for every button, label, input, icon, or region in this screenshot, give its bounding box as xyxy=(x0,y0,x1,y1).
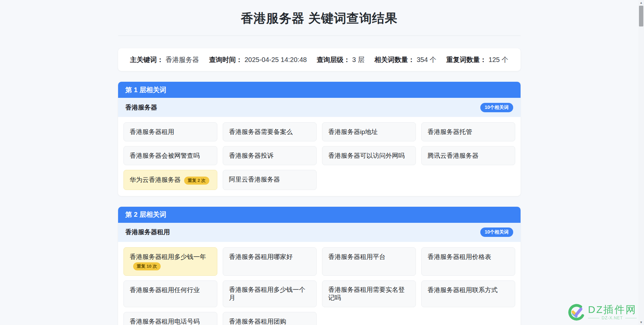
keyword-card[interactable]: 香港服务器租用任何行业 xyxy=(123,280,217,307)
keyword-text: 香港服务器租用联系方式 xyxy=(428,286,498,294)
section-header: 第 2 层相关词 xyxy=(118,207,521,223)
keyword-text: 香港服务器租用任何行业 xyxy=(130,286,200,294)
keyword-card[interactable]: 香港服务器租用平台 xyxy=(322,247,416,276)
summary-value: 354 个 xyxy=(417,56,436,63)
section-header-label: 第 1 层相关词 xyxy=(125,85,166,94)
keyword-group-row: 香港服务器租用 10个相关词 xyxy=(118,223,521,242)
watermark-domain: DZ-X.NET xyxy=(602,316,623,320)
summary-item: 重复词数量：125 个 xyxy=(446,55,508,64)
keyword-text: 腾讯云香港服务器 xyxy=(428,152,479,160)
duplicate-count-badge: 重复 2 次 xyxy=(184,177,209,185)
keyword-card[interactable]: 香港服务器租用 xyxy=(123,122,217,141)
section-level-1: 第 1 层相关词 香港服务器 10个相关词 香港服务器租用香港服务器需要备案么香… xyxy=(118,82,521,196)
watermark-line-left xyxy=(588,318,599,318)
section-header-label: 第 2 层相关词 xyxy=(125,210,166,219)
summary-label: 主关键词： xyxy=(130,56,164,63)
related-count-badge: 10个相关词 xyxy=(480,227,513,237)
keyword-text: 香港服务器租用团购 xyxy=(229,318,286,325)
group-title: 香港服务器租用 xyxy=(125,228,170,237)
related-count-badge: 10个相关词 xyxy=(480,103,513,112)
group-title: 香港服务器 xyxy=(125,103,157,112)
summary-label: 相关词数量： xyxy=(374,56,415,63)
keyword-card[interactable]: 香港服务器ip地址 xyxy=(322,122,416,141)
watermark-domain-row: DZ-X.NET xyxy=(588,316,637,320)
keyword-card[interactable]: 香港服务器租用联系方式 xyxy=(421,280,515,307)
summary-value: 2025-04-25 14:20:48 xyxy=(245,56,307,63)
summary-value: 香港服务器 xyxy=(166,56,199,63)
summary-item: 查询层级：3 层 xyxy=(317,55,365,64)
title-divider xyxy=(118,36,521,36)
keyword-card[interactable]: 香港服务器会被网警查吗 xyxy=(123,146,217,165)
page: 香港服务器 关键词查询结果 主关键词：香港服务器查询时间：2025-04-25 … xyxy=(0,0,638,325)
keyword-card[interactable]: 腾讯云香港服务器 xyxy=(421,146,515,165)
keyword-text: 香港服务器租用哪家好 xyxy=(229,253,293,261)
keyword-text: 香港服务器租用需要实名登记吗 xyxy=(328,286,410,302)
summary-value: 125 个 xyxy=(489,56,508,63)
keyword-card[interactable]: 香港服务器租用价格表 xyxy=(421,247,515,276)
keyword-group-row: 香港服务器 10个相关词 xyxy=(118,98,521,117)
keyword-text: 香港服务器租用 xyxy=(130,128,174,136)
duplicate-count-badge: 重复 10 次 xyxy=(133,262,161,270)
watermark: DZ插件网 DZ-X.NET xyxy=(568,304,637,321)
summary-value: 3 层 xyxy=(352,56,365,63)
keyword-card[interactable]: 香港服务器租用哪家好 xyxy=(223,247,317,276)
keyword-text: 香港服务器可以访问外网吗 xyxy=(328,152,405,160)
keyword-text: 香港服务器需要备案么 xyxy=(229,128,293,136)
keyword-card[interactable]: 香港服务器租用团购 xyxy=(223,312,317,325)
keyword-card[interactable]: 香港服务器托管 xyxy=(421,122,515,141)
summary-label: 查询层级： xyxy=(317,56,350,63)
keyword-text: 香港服务器ip地址 xyxy=(328,128,378,136)
keyword-grid: 香港服务器租用香港服务器需要备案么香港服务器ip地址香港服务器托管香港服务器会被… xyxy=(118,117,521,196)
keyword-text: 香港服务器会被网警查吗 xyxy=(130,152,200,160)
summary-item: 相关词数量：354 个 xyxy=(374,55,436,64)
keyword-card[interactable]: 香港服务器租用需要实名登记吗 xyxy=(322,280,416,307)
keyword-text: 香港服务器租用多少钱一个月 xyxy=(229,286,310,302)
keyword-text: 香港服务器投诉 xyxy=(229,152,274,160)
watermark-line-right xyxy=(625,318,637,318)
keyword-text: 阿里云香港服务器 xyxy=(229,176,280,184)
keyword-text: 香港服务器租用多少钱一年 xyxy=(130,253,206,261)
keyword-text: 华为云香港服务器 xyxy=(130,176,181,184)
keyword-text: 香港服务器托管 xyxy=(428,128,472,136)
keyword-card[interactable]: 香港服务器需要备案么 xyxy=(223,122,317,141)
keyword-text: 香港服务器租用电话号码 xyxy=(130,318,200,325)
keyword-card[interactable]: 香港服务器可以访问外网吗 xyxy=(322,146,416,165)
keyword-card[interactable]: 香港服务器投诉 xyxy=(223,146,317,165)
summary-bar: 主关键词：香港服务器查询时间：2025-04-25 14:20:48查询层级：3… xyxy=(118,48,521,71)
section-level-2: 第 2 层相关词 香港服务器租用 10个相关词 香港服务器租用多少钱一年重复 1… xyxy=(118,207,521,325)
section-header: 第 1 层相关词 xyxy=(118,82,521,98)
summary-label: 查询时间： xyxy=(209,56,243,63)
keyword-card[interactable]: 香港服务器租用多少钱一个月 xyxy=(223,280,317,307)
page-title: 香港服务器 关键词查询结果 xyxy=(118,0,521,27)
keyword-card[interactable]: 阿里云香港服务器 xyxy=(223,170,317,190)
content-column: 香港服务器 关键词查询结果 主关键词：香港服务器查询时间：2025-04-25 … xyxy=(118,0,521,325)
keyword-text: 香港服务器租用平台 xyxy=(328,253,386,261)
summary-item: 查询时间：2025-04-25 14:20:48 xyxy=(209,55,307,64)
watermark-site-name: DZ插件网 xyxy=(588,304,637,315)
keyword-card[interactable]: 香港服务器租用多少钱一年重复 10 次 xyxy=(123,247,217,276)
summary-label: 重复词数量： xyxy=(446,56,487,63)
keyword-card[interactable]: 华为云香港服务器重复 2 次 xyxy=(123,170,217,190)
summary-item: 主关键词：香港服务器 xyxy=(130,55,199,64)
keyword-card[interactable]: 香港服务器租用电话号码 xyxy=(123,312,217,325)
watermark-text: DZ插件网 DZ-X.NET xyxy=(588,304,637,320)
keyword-grid: 香港服务器租用多少钱一年重复 10 次香港服务器租用哪家好香港服务器租用平台香港… xyxy=(118,242,521,325)
dz-plugin-logo-icon xyxy=(568,304,585,321)
keyword-text: 香港服务器租用价格表 xyxy=(428,253,491,261)
